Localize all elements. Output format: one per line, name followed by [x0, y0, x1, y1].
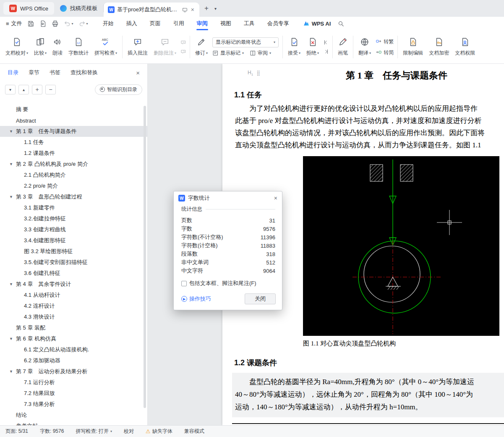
- toc-item[interactable]: 参考文献: [0, 421, 147, 425]
- toc-item[interactable]: 2.1 凸轮机构简介: [0, 170, 147, 181]
- toc-item[interactable]: 3.3 创建方程曲线: [0, 224, 147, 235]
- review-pane-button[interactable]: 审阅▾: [250, 50, 271, 57]
- reject-button[interactable]: 拒绝▾: [303, 34, 322, 60]
- tab-document-active[interactable]: W 基于proe对盘型凸轮机构进行 ×: [104, 3, 199, 17]
- chevron-down-icon[interactable]: ▼: [9, 337, 13, 341]
- smart-toc-button[interactable]: 智能识别目录: [95, 84, 142, 95]
- markup-state-select[interactable]: 显示标记的最终状态 ▾: [212, 37, 279, 47]
- zoom-in-toc-button[interactable]: +: [32, 85, 42, 94]
- doc-proof-button[interactable]: 文档校对▾: [3, 34, 31, 60]
- toc-item[interactable]: 4.1 从动杆设计: [0, 290, 147, 301]
- sidebar-tab-chapters[interactable]: 章节: [29, 69, 39, 76]
- toc-item[interactable]: 7.1 运行分析: [0, 377, 147, 388]
- close-tab-icon[interactable]: ×: [190, 6, 195, 13]
- toc-item[interactable]: 4.3 滑块设计: [0, 311, 147, 322]
- zoom-out-toc-button[interactable]: −: [45, 85, 56, 94]
- chevron-down-icon[interactable]: ▼: [9, 369, 13, 374]
- chevron-down-icon[interactable]: ▼: [9, 162, 13, 166]
- wps-ai-button[interactable]: WPS AI: [303, 20, 331, 27]
- show-markup-button[interactable]: 显示标记▾: [212, 50, 244, 57]
- print-icon[interactable]: [52, 20, 59, 27]
- toc-item[interactable]: 6.2 添加驱动器: [0, 355, 147, 366]
- toc-item[interactable]: ▼第 3 章 盘形凸轮创建过程: [0, 191, 147, 202]
- checkbox-icon[interactable]: [181, 281, 187, 286]
- next-change-icon[interactable]: [323, 49, 329, 55]
- menu-tab-view[interactable]: 视图: [214, 17, 238, 30]
- menu-tab-member[interactable]: 会员专享: [261, 17, 295, 30]
- menu-tab-page[interactable]: 页面: [144, 17, 167, 30]
- tips-link[interactable]: ▶ 操作技巧: [181, 295, 211, 303]
- collapse-all-button[interactable]: ▾: [5, 85, 16, 94]
- delete-comment-button[interactable]: 删除批注▾: [151, 34, 179, 60]
- spell-check-button[interactable]: ABC 拼写检查▾: [91, 34, 120, 60]
- toc-item[interactable]: 3.4.创建图形特征: [0, 235, 147, 246]
- close-dialog-icon[interactable]: ×: [274, 195, 277, 201]
- undo-chevron-icon[interactable]: ▾: [72, 22, 73, 26]
- pen-button[interactable]: 画笔: [335, 34, 351, 60]
- track-changes-button[interactable]: 修订▾: [192, 34, 211, 60]
- toc-item[interactable]: 图 3.2 草绘图形特征: [0, 246, 147, 257]
- toc-item[interactable]: 6.1 定义凸轮从动连接机构.: [0, 344, 147, 355]
- sidebar-tab-bookmarks[interactable]: 书签: [50, 69, 60, 76]
- menu-tab-reference[interactable]: 引用: [167, 17, 191, 30]
- missing-font-warning[interactable]: ⚠ 缺失字体: [146, 428, 172, 435]
- save-icon[interactable]: [27, 20, 34, 27]
- sidebar-tab-toc[interactable]: 目录: [8, 69, 18, 76]
- close-button[interactable]: 关闭: [245, 293, 276, 304]
- file-menu[interactable]: ≡ 文件: [0, 20, 27, 27]
- close-sidebar-icon[interactable]: ×: [136, 69, 140, 76]
- next-comment-icon[interactable]: [180, 49, 186, 55]
- word-count-button[interactable]: 12 字数统计: [65, 34, 91, 60]
- to-simplified-button[interactable]: 转简: [376, 49, 394, 56]
- toc-item[interactable]: ▼第 4 章 其余零件设计: [0, 279, 147, 290]
- page-indicator[interactable]: 页面: 5/31: [5, 428, 28, 435]
- redo-icon[interactable]: ▾: [78, 20, 88, 27]
- toc-item[interactable]: 1.1 任务: [0, 137, 147, 148]
- accept-button[interactable]: 接受▾: [285, 34, 303, 60]
- word-count-indicator[interactable]: 字数: 9576: [40, 428, 64, 435]
- dialog-titlebar[interactable]: W 字数统计 ×: [174, 191, 282, 205]
- chevron-down-icon[interactable]: ▼: [9, 195, 13, 199]
- toc-item[interactable]: 3.5.创建可变剖面扫描特征: [0, 257, 147, 268]
- toc-item[interactable]: 2.2 pro/e 简介: [0, 181, 147, 191]
- tab-template[interactable]: 找稿壳模板: [54, 2, 103, 15]
- sidebar-tab-find-replace[interactable]: 查找和替换: [71, 69, 98, 76]
- compat-mode-indicator[interactable]: 兼容模式: [184, 428, 204, 435]
- expand-all-button[interactable]: ▴: [18, 85, 29, 94]
- toc-item[interactable]: 3.6 创建孔特征: [0, 268, 147, 279]
- chevron-down-icon[interactable]: ▼: [9, 129, 13, 133]
- toc-item[interactable]: 4.2 连杆设计: [0, 301, 147, 311]
- chevron-down-icon[interactable]: ▼: [9, 282, 13, 286]
- search-icon[interactable]: [337, 20, 345, 27]
- doc-permission-button[interactable]: 文档权限: [452, 34, 478, 60]
- to-traditional-button[interactable]: 转繁: [376, 38, 394, 45]
- restrict-edit-button[interactable]: 限制编辑: [400, 34, 426, 60]
- spell-check-toggle[interactable]: 拼写检查: 打开▾: [76, 428, 112, 435]
- toc-item[interactable]: 7.2 结果回放: [0, 388, 147, 399]
- word-count-dialog[interactable]: W 字数统计 × 统计信息 页数31 字数9576 字符数(不计空格)11396…: [173, 191, 282, 310]
- translate-button[interactable]: 翻译▾: [355, 34, 374, 60]
- sidebar-scrollbar[interactable]: [144, 106, 146, 408]
- menu-tab-review[interactable]: 审阅: [191, 17, 214, 30]
- toc-item[interactable]: 1.2 课题条件: [0, 148, 147, 159]
- toc-item[interactable]: 7.3 结果分析: [0, 399, 147, 410]
- toc-item[interactable]: 摘 要: [0, 104, 147, 115]
- toc-item[interactable]: ▼第 7 章 运动分析及结果分析: [0, 366, 147, 377]
- insert-comment-button[interactable]: 插入批注: [125, 34, 151, 60]
- undo-icon[interactable]: ▾: [64, 20, 73, 27]
- toc-item[interactable]: ▼第 2 章 凸轮机构及 pro/e 简介: [0, 159, 147, 170]
- menu-tab-tools[interactable]: 工具: [238, 17, 261, 30]
- redo-chevron-icon[interactable]: ▾: [86, 22, 88, 26]
- toc-item[interactable]: Abstract: [0, 115, 147, 126]
- tab-wps-home[interactable]: W WPS Office: [3, 2, 54, 15]
- include-textbox-checkbox[interactable]: 包括文本框、脚注和尾注(F): [181, 280, 275, 287]
- previous-comment-icon[interactable]: [180, 39, 186, 45]
- compare-button[interactable]: 比较▾: [31, 34, 50, 60]
- new-tab-icon[interactable]: +: [204, 4, 209, 13]
- read-aloud-button[interactable]: 朗读: [50, 34, 65, 60]
- menu-tab-home[interactable]: 开始: [97, 17, 120, 30]
- output-pdf-icon[interactable]: [39, 20, 47, 27]
- toc-item[interactable]: 3.2.创建拉伸特征: [0, 213, 147, 224]
- tab-list-chevron-icon[interactable]: ▾: [214, 6, 217, 11]
- proofread-button[interactable]: 校对: [124, 428, 134, 435]
